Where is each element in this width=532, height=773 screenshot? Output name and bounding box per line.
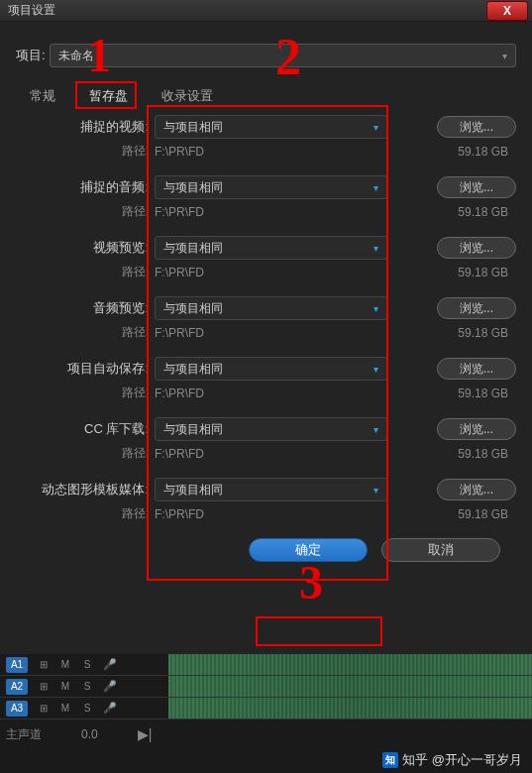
track-badge[interactable]: A2 (6, 679, 28, 695)
dropdown-value: 与项目相同 (163, 240, 223, 257)
dropdown-value: 与项目相同 (163, 119, 223, 136)
path-row-2: 路径: F:\PR\FD 59.18 GB (16, 264, 516, 280)
browse-button[interactable]: 浏览... (437, 418, 516, 440)
toggle-icon[interactable]: ⊞ (38, 659, 50, 670)
tabs: 常规 暂存盘 收录设置 (22, 83, 516, 109)
mute-button[interactable]: M (59, 659, 71, 670)
setting-row-4: 项目自动保存: 与项目相同 ▾ 浏览... (16, 357, 516, 381)
solo-button[interactable]: S (81, 703, 93, 714)
dropdown-value: 与项目相同 (163, 361, 223, 378)
tab-scratch-disks[interactable]: 暂存盘 (81, 83, 136, 109)
path-label: 路径: (16, 143, 155, 160)
browse-button[interactable]: 浏览... (437, 176, 516, 198)
scratch-disk-settings: 捕捉的视频: 与项目相同 ▾ 浏览... 路径: F:\PR\FD 59.18 … (16, 115, 516, 522)
browse-button[interactable]: 浏览... (437, 358, 516, 380)
chevron-down-icon: ▾ (373, 424, 378, 435)
browse-button[interactable]: 浏览... (437, 116, 516, 138)
tab-ingest[interactable]: 收录设置 (154, 83, 221, 109)
toggle-icon[interactable]: ⊞ (38, 703, 50, 714)
setting-row-1: 捕捉的音频: 与项目相同 ▾ 浏览... (16, 175, 516, 199)
browse-button[interactable]: 浏览... (437, 237, 516, 259)
track-waveform[interactable] (168, 654, 532, 675)
master-label: 主声道 (6, 726, 42, 743)
browse-button[interactable]: 浏览... (437, 479, 516, 500)
play-next-icon[interactable]: ▶| (138, 726, 153, 742)
mute-button[interactable]: M (59, 681, 71, 692)
disk-size: 59.18 GB (458, 386, 516, 400)
track-header: A3 ⊞ M S 🎤 (0, 701, 168, 717)
cancel-button[interactable]: 取消 (381, 538, 500, 562)
mic-icon[interactable]: 🎤 (103, 702, 117, 715)
track-header: A1 ⊞ M S 🎤 (0, 657, 168, 673)
window-title: 项目设置 (8, 2, 55, 19)
mic-icon[interactable]: 🎤 (103, 658, 117, 671)
path-value: F:\PR\FD (155, 205, 204, 219)
setting-label: 视频预览: (16, 239, 155, 257)
mute-button[interactable]: M (59, 703, 71, 714)
path-label: 路径: (16, 324, 155, 341)
disk-size: 59.18 GB (458, 145, 516, 159)
disk-size: 59.18 GB (458, 266, 516, 279)
audio-track-2: A3 ⊞ M S 🎤 (0, 698, 532, 719)
audio-track-0: A1 ⊞ M S 🎤 (0, 654, 532, 676)
disk-size: 59.18 GB (458, 507, 516, 521)
chevron-down-icon: ▾ (373, 364, 378, 375)
setting-dropdown[interactable]: 与项目相同 ▾ (155, 417, 387, 441)
setting-dropdown[interactable]: 与项目相同 ▾ (155, 478, 387, 501)
project-dropdown[interactable]: 未命名 ▾ (50, 44, 516, 67)
setting-label: 动态图形模板媒体: (16, 481, 155, 498)
ok-button[interactable]: 确定 (249, 538, 368, 562)
toggle-icon[interactable]: ⊞ (38, 681, 50, 692)
dialog-body: 项目: 未命名 ▾ 常规 暂存盘 收录设置 捕捉的视频: 与项目相同 ▾ 浏览.… (0, 22, 532, 574)
chevron-down-icon: ▾ (373, 243, 378, 254)
setting-dropdown[interactable]: 与项目相同 ▾ (155, 115, 387, 139)
project-name: 未命名 (58, 48, 94, 64)
zhihu-icon: 知 (382, 752, 398, 768)
dropdown-value: 与项目相同 (163, 482, 223, 498)
setting-row-6: 动态图形模板媒体: 与项目相同 ▾ 浏览... (16, 478, 516, 501)
track-badge[interactable]: A1 (6, 657, 28, 673)
project-label: 项目: (16, 47, 46, 64)
setting-row-2: 视频预览: 与项目相同 ▾ 浏览... (16, 236, 516, 260)
master-track: 主声道 0.0 ▶| (0, 719, 532, 749)
close-button[interactable]: X (486, 1, 528, 21)
path-row-5: 路径: F:\PR\FD 59.18 GB (16, 445, 516, 462)
footer-buttons: 确定 取消 (16, 538, 500, 562)
solo-button[interactable]: S (81, 681, 93, 692)
track-waveform[interactable] (168, 676, 532, 697)
setting-label: 项目自动保存: (16, 360, 155, 378)
setting-label: 捕捉的音频: (16, 178, 155, 196)
track-badge[interactable]: A3 (6, 701, 28, 717)
audio-tracks: A1 ⊞ M S 🎤 A2 ⊞ M S 🎤 A3 ⊞ M S 🎤 (0, 654, 532, 719)
path-row-0: 路径: F:\PR\FD 59.18 GB (16, 143, 516, 160)
path-value: F:\PR\FD (155, 447, 204, 461)
dropdown-value: 与项目相同 (163, 421, 223, 438)
setting-label: CC 库下载: (16, 420, 155, 438)
path-value: F:\PR\FD (155, 326, 204, 340)
path-label: 路径: (16, 445, 155, 462)
path-label: 路径: (16, 385, 155, 401)
mic-icon[interactable]: 🎤 (103, 680, 117, 693)
audio-track-1: A2 ⊞ M S 🎤 (0, 676, 532, 698)
setting-dropdown[interactable]: 与项目相同 ▾ (155, 236, 387, 260)
chevron-down-icon: ▾ (502, 51, 507, 61)
chevron-down-icon: ▾ (373, 485, 378, 496)
solo-button[interactable]: S (81, 659, 93, 670)
tab-general[interactable]: 常规 (22, 83, 63, 109)
setting-dropdown[interactable]: 与项目相同 ▾ (155, 296, 387, 320)
setting-row-5: CC 库下载: 与项目相同 ▾ 浏览... (16, 417, 516, 441)
path-label: 路径: (16, 505, 155, 522)
path-value: F:\PR\FD (155, 266, 204, 279)
track-waveform[interactable] (168, 698, 532, 718)
browse-button[interactable]: 浏览... (437, 297, 516, 319)
setting-dropdown[interactable]: 与项目相同 ▾ (155, 175, 387, 199)
dropdown-value: 与项目相同 (163, 179, 223, 196)
project-row: 项目: 未命名 ▾ (16, 44, 516, 67)
path-value: F:\PR\FD (155, 386, 204, 400)
setting-dropdown[interactable]: 与项目相同 ▾ (155, 357, 387, 381)
chevron-down-icon: ▾ (373, 303, 378, 314)
disk-size: 59.18 GB (458, 326, 516, 340)
annotation-box-3 (256, 616, 382, 646)
dropdown-value: 与项目相同 (163, 300, 223, 317)
path-row-1: 路径: F:\PR\FD 59.18 GB (16, 203, 516, 220)
